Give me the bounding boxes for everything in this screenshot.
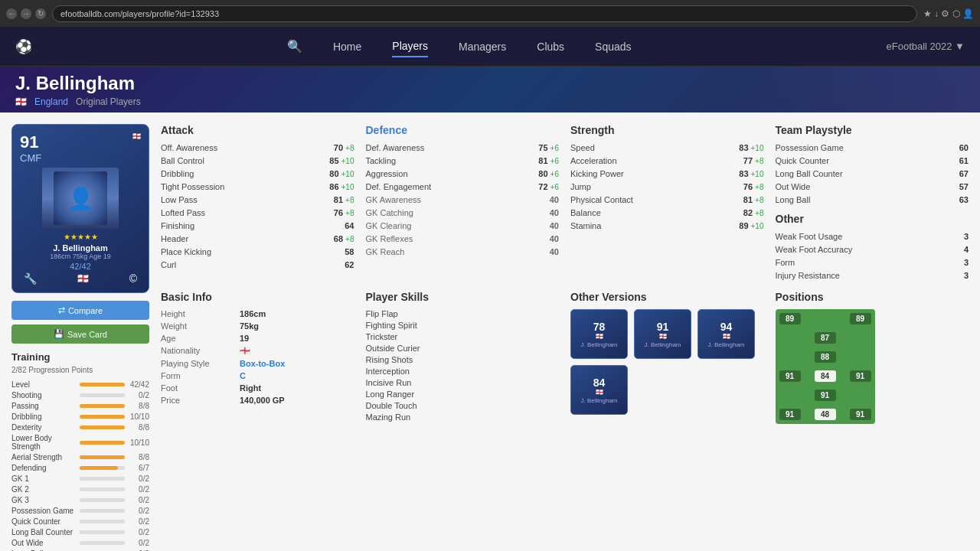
training-bar-value: 0/2 (128, 485, 149, 494)
team-ps-name: Quick Counter (776, 156, 829, 165)
other-stat-row: Weak Foot Usage3 (776, 231, 969, 242)
skill-item: Interception (366, 367, 560, 376)
nav-managers[interactable]: Managers (459, 37, 506, 57)
nav-clubs[interactable]: Clubs (537, 37, 564, 57)
nav-players[interactable]: Players (392, 36, 428, 57)
logo-icon: ⚽ (15, 39, 32, 54)
top-stats-row: Attack Off. Awareness70+8Ball Control85+… (161, 124, 969, 283)
basic-value: 🏴󠁧󠁢󠁥󠁮󠁧󠁿 (240, 346, 250, 356)
stat-row: Header68+8 (161, 233, 354, 244)
stat-name: Balance (570, 208, 601, 217)
stat-bonus: +10 (751, 222, 764, 230)
training-title: Training (11, 351, 149, 363)
stat-row: Jump76+8 (570, 181, 764, 192)
stat-name: Place Kicking (161, 247, 211, 256)
basic-value: 186cm (240, 309, 266, 318)
training-bar-value: 8/8 (128, 402, 149, 410)
other-stats: Weak Foot Usage3Weak Foot Accuracy4Form3… (776, 231, 969, 281)
training-bar-value: 10/10 (128, 412, 149, 421)
nav-squads[interactable]: Squads (595, 37, 631, 57)
other-versions-section: Other Versions 78 🏴󠁧󠁢󠁥󠁮󠁧󠁿 J. Bellingham … (570, 291, 764, 424)
nav-search-icon[interactable]: 🔍 (287, 39, 302, 54)
version-flag: 🏴󠁧󠁢󠁥󠁮󠁧󠁿 (723, 333, 730, 340)
training-bar-row: Lower Body Strength 10/10 (11, 434, 149, 451)
stat-name: Finishing (161, 221, 194, 230)
position-row: 87 (779, 332, 871, 344)
forward-button[interactable]: → (21, 8, 31, 19)
version-name: J. Bellingham (707, 341, 744, 348)
nav-links: 🔍 Home Players Managers Clubs Squads (287, 36, 632, 57)
nav-brand[interactable]: eFootball 2022 ▼ (887, 41, 965, 52)
team-ps-row: Long Ball Counter67 (776, 168, 969, 179)
stat-value: 72 (533, 182, 548, 191)
strength-title: Strength (570, 124, 764, 136)
positions-section: Positions 8989878891849191914891 (776, 291, 969, 424)
stat-name: Speed (570, 143, 595, 152)
basic-value: 75kg (240, 321, 259, 331)
stat-bonus: +6 (550, 157, 559, 165)
version-name: J. Bellingham (644, 341, 681, 348)
stat-name: Physical Contact (570, 195, 633, 204)
version-card[interactable]: 84 🏴󠁧󠁢󠁥󠁮󠁧󠁿 J. Bellingham (570, 365, 628, 415)
position-row: 914891 (779, 409, 871, 420)
stat-row: Kicking Power83+10 (570, 168, 764, 179)
training-bar-row: Defending 6/7 (11, 464, 149, 472)
position-cell: 84 (815, 370, 836, 382)
bottom-stats-row: Basic Info Height186cmWeight75kgAge19Nat… (161, 291, 969, 424)
save-card-button[interactable]: 💾 Save Card (11, 324, 149, 344)
other-stat-name: Weak Foot Usage (776, 232, 843, 241)
player-tag[interactable]: Original Players (76, 96, 141, 107)
stat-name: Stamina (570, 221, 601, 230)
stat-value: 86 (324, 182, 339, 191)
card-info: 186cm 75kg Age 19 (20, 253, 141, 260)
card-rating: 91 (20, 132, 41, 152)
refresh-button[interactable]: ↻ (35, 8, 46, 19)
compare-button[interactable]: ⇄ Compare (11, 301, 149, 320)
basic-value: C (240, 371, 246, 380)
stat-value: 85 (324, 156, 339, 165)
position-cell: 91 (779, 370, 801, 382)
team-ps-row: Long Ball63 (776, 194, 969, 205)
position-row: 918491 (779, 370, 871, 382)
stat-row: Tackling81+6 (366, 155, 560, 166)
training-bar-label: Lower Body Strength (11, 434, 77, 451)
training-section: Training 2/82 Progression Points Level 4… (11, 351, 149, 551)
stat-name: Low Pass (161, 195, 198, 204)
save-icon: 💾 (54, 329, 64, 339)
other-stat-row: Injury Resistance3 (776, 270, 969, 281)
other-stat-value: 3 (953, 271, 969, 280)
player-flag: 🏴󠁧󠁢󠁥󠁮󠁧󠁿 (15, 96, 27, 107)
team-playstyle-section: Team Playstyle Possession Game60Quick Co… (776, 124, 969, 283)
banner-content: J. Bellingham 🏴󠁧󠁢󠁥󠁮󠁧󠁿 England Original P… (15, 73, 141, 107)
back-button[interactable]: ← (6, 8, 17, 19)
stat-bonus: +8 (755, 157, 763, 165)
stat-row: Aggression80+6 (366, 168, 560, 179)
other-stat-name: Weak Foot Accuracy (776, 245, 853, 254)
training-bar-fill (80, 415, 125, 419)
stat-value: 40 (544, 221, 559, 230)
team-ps-value: 57 (953, 182, 969, 191)
browser-bar: ← → ↻ efootballdb.com/players/profile?id… (0, 0, 980, 27)
stat-name: Tight Possession (161, 182, 224, 191)
stat-name: Aggression (366, 169, 408, 178)
training-bar-label: Shooting (11, 391, 77, 399)
version-card[interactable]: 78 🏴󠁧󠁢󠁥󠁮󠁧󠁿 J. Bellingham (570, 309, 628, 359)
player-country[interactable]: England (34, 96, 68, 107)
basic-info-row: FormC (161, 371, 354, 380)
training-bar-track (80, 415, 125, 419)
version-card[interactable]: 94 🏴󠁧󠁢󠁥󠁮󠁧󠁿 J. Bellingham (697, 309, 755, 359)
stat-bonus: +10 (341, 183, 354, 191)
url-bar[interactable]: efootballdb.com/players/profile?id=13293… (52, 5, 917, 22)
training-bar-label: Defending (11, 464, 77, 472)
stat-value: 40 (544, 208, 559, 217)
versions-grid: 78 🏴󠁧󠁢󠁥󠁮󠁧󠁿 J. Bellingham 91 🏴󠁧󠁢󠁥󠁮󠁧󠁿 J. B… (570, 309, 764, 415)
stat-row: Place Kicking58 (161, 246, 354, 257)
basic-info-title: Basic Info (161, 291, 354, 303)
training-bar-track (80, 441, 125, 445)
training-bar-value: 0/2 (128, 507, 149, 515)
training-bar-value: 10/10 (128, 439, 149, 447)
version-card[interactable]: 91 🏴󠁧󠁢󠁥󠁮󠁧󠁿 J. Bellingham (634, 309, 691, 359)
stat-row: Speed83+10 (570, 142, 764, 153)
basic-label: Height (161, 309, 234, 318)
nav-home[interactable]: Home (333, 37, 361, 57)
